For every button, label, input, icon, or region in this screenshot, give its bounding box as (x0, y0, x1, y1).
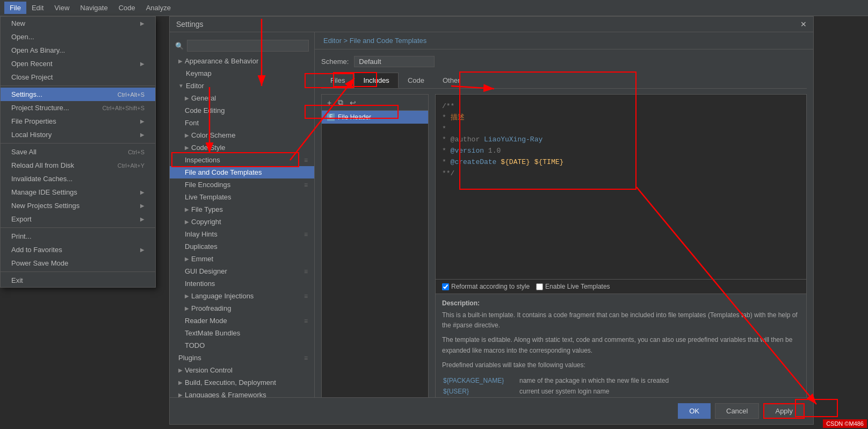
menu-power-save[interactable]: Power Save Mode (1, 256, 155, 270)
tree-item-version-control[interactable]: ▶ Version Control (170, 364, 314, 376)
tree-item-emmet[interactable]: ▶ Emmet (170, 253, 314, 265)
table-row: ${USER} current user system login name (443, 387, 799, 396)
tree-item-duplicates[interactable]: Duplicates (170, 240, 314, 253)
fct-content: Scheme: Default Files Includes Code Othe… (315, 49, 813, 424)
search-icon: 🔍 (175, 42, 184, 50)
code-line-7: **/ (442, 168, 800, 180)
tab-includes[interactable]: Includes (354, 73, 398, 88)
template-item-file-header[interactable]: F File Header (322, 111, 428, 124)
tree-item-appearance[interactable]: ▶ Appearance & Behavior (170, 55, 314, 67)
tree-item-build-execution[interactable]: ▶ Build, Execution, Deployment (170, 376, 314, 389)
tab-bar: Files Includes Code Other (321, 73, 807, 89)
tree-item-live-templates[interactable]: Live Templates (170, 191, 314, 203)
tree-item-reader-mode[interactable]: Reader Mode (170, 314, 314, 327)
description-text-3: Predefined variables will take the follo… (442, 360, 800, 370)
tree-item-copyright[interactable]: ▶ Copyright (170, 216, 314, 228)
tree-item-gui-designer[interactable]: GUI Designer (170, 265, 314, 277)
tree-item-file-types[interactable]: ▶ File Types (170, 203, 314, 216)
separator-4 (1, 271, 155, 272)
menu-manage-ide[interactable]: Manage IDE Settings ▶ (1, 185, 155, 199)
ide-window: File Edit View Navigate Code Analyze New… (0, 0, 868, 429)
tree-item-file-code-templates[interactable]: File and Code Templates (170, 166, 314, 178)
var-name-2: ${USER} (443, 387, 518, 396)
menu-close-project[interactable]: Close Project (1, 70, 155, 84)
menu-new[interactable]: New ▶ (1, 17, 155, 30)
separator-1 (1, 85, 155, 86)
menu-navigate[interactable]: Navigate (75, 2, 113, 14)
menu-file[interactable]: File (4, 2, 26, 14)
watermark: CSDN ©M486 (823, 419, 867, 428)
settings-titlebar: Settings ✕ (170, 17, 813, 32)
live-templates-label: Enable Live Templates (536, 283, 610, 290)
menu-invalidate-caches[interactable]: Invalidate Caches... (1, 172, 155, 185)
template-toolbar: + ⧉ ↩ (322, 95, 428, 111)
editor-footer: Reformat according to style Enable Live … (436, 279, 806, 294)
menu-save-all[interactable]: Save All Ctrl+S (1, 145, 155, 159)
file-header-icon: F (327, 113, 335, 121)
menu-code[interactable]: Code (113, 2, 141, 14)
ok-button[interactable]: OK (678, 403, 711, 419)
tree-item-inspections[interactable]: Inspections (170, 154, 314, 166)
apply-button[interactable]: Apply (763, 403, 805, 419)
description-title: Description: (442, 299, 800, 307)
var-name-1: ${PACKAGE_NAME} (443, 376, 518, 385)
tab-code[interactable]: Code (399, 73, 433, 88)
code-line-5: * @version 1.0 (442, 146, 800, 157)
reformat-label: Reformat according to style (442, 283, 530, 290)
cancel-button[interactable]: Cancel (715, 403, 759, 419)
settings-main: Editor > File and Code Templates Scheme:… (315, 32, 813, 424)
add-template-button[interactable]: + (325, 97, 334, 108)
menu-add-favorites[interactable]: Add to Favorites ▶ (1, 243, 155, 256)
tree-item-keymap[interactable]: Keymap (170, 67, 314, 80)
scheme-select[interactable]: Default (354, 56, 435, 67)
table-row: ${PACKAGE_NAME} name of the package in w… (443, 376, 799, 385)
menu-new-projects[interactable]: New Projects Settings ▶ (1, 199, 155, 212)
tree-item-proofreading[interactable]: ▶ Proofreading (170, 302, 314, 314)
copy-template-button[interactable]: ⧉ (336, 97, 345, 108)
tree-item-general[interactable]: ▶ General (170, 92, 314, 104)
tree-item-code-style[interactable]: ▶ Code Style (170, 141, 314, 154)
settings-search-input[interactable] (187, 40, 309, 52)
tree-item-language-injections[interactable]: ▶ Language Injections (170, 290, 314, 302)
tree-item-textmate[interactable]: TextMate Bundles (170, 327, 314, 339)
menu-open-binary[interactable]: Open As Binary... (1, 44, 155, 57)
live-templates-checkbox[interactable] (536, 283, 543, 290)
menu-print[interactable]: Print... (1, 230, 155, 243)
menu-edit[interactable]: Edit (26, 2, 49, 14)
tree-item-editor[interactable]: ▼ Editor (170, 80, 314, 92)
tree-item-intentions[interactable]: Intentions (170, 277, 314, 290)
menu-project-structure[interactable]: Project Structure... Ctrl+Alt+Shift+S (1, 101, 155, 115)
var-desc-1: name of the package in which the new fil… (519, 376, 799, 385)
tree-item-todo[interactable]: TODO (170, 339, 314, 352)
tree-item-inlay-hints[interactable]: Inlay Hints (170, 228, 314, 240)
dialog-footer: OK Cancel Apply (315, 397, 813, 424)
tree-item-plugins[interactable]: Plugins (170, 352, 314, 364)
tab-other[interactable]: Other (433, 73, 469, 88)
menu-local-history[interactable]: Local History ▶ (1, 128, 155, 141)
menu-exit[interactable]: Exit (1, 274, 155, 287)
settings-title: Settings (176, 20, 204, 28)
undo-template-button[interactable]: ↩ (348, 97, 358, 108)
code-line-2: * 描述 (442, 112, 800, 124)
tab-files[interactable]: Files (321, 73, 354, 88)
file-dropdown: New ▶ Open... Open As Binary... Open Rec… (0, 16, 156, 288)
menu-settings[interactable]: Settings... Ctrl+Alt+S (1, 88, 155, 101)
tree-item-file-encodings[interactable]: File Encodings (170, 178, 314, 191)
menu-open-recent[interactable]: Open Recent ▶ (1, 57, 155, 70)
close-icon[interactable]: ✕ (800, 20, 807, 28)
menu-open[interactable]: Open... (1, 30, 155, 44)
reformat-checkbox[interactable] (442, 283, 449, 290)
tree-item-code-editing[interactable]: Code Editing (170, 104, 314, 117)
scheme-row: Scheme: Default (321, 56, 807, 67)
menu-reload[interactable]: Reload All from Disk Ctrl+Alt+Y (1, 159, 155, 172)
menu-view[interactable]: View (49, 2, 75, 14)
tree-item-font[interactable]: Font (170, 117, 314, 129)
code-line-4: * @author LiaoYuXing-Ray (442, 134, 800, 146)
tree-item-color-scheme[interactable]: ▶ Color Scheme (170, 129, 314, 141)
code-editor: /** * 描述 * * @author LiaoYuXing-Ray * @v… (435, 94, 807, 418)
menu-analyze[interactable]: Analyze (141, 2, 176, 14)
menu-export[interactable]: Export ▶ (1, 212, 155, 226)
code-area[interactable]: /** * 描述 * * @author LiaoYuXing-Ray * @v… (436, 95, 806, 279)
menu-file-properties[interactable]: File Properties ▶ (1, 115, 155, 128)
description-text-1: This is a built-in template. It contains… (442, 310, 800, 331)
